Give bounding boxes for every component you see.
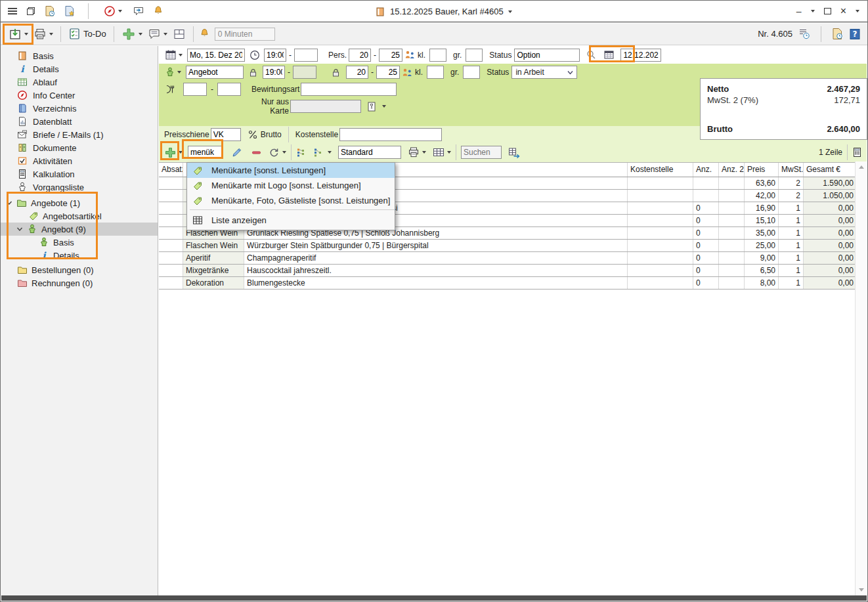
- cell-mwst[interactable]: 1: [779, 252, 804, 264]
- view-layout-field[interactable]: [338, 146, 401, 159]
- cell-kostenstelle[interactable]: [628, 240, 693, 251]
- cell-kostenstelle[interactable]: [628, 190, 693, 202]
- menu-item[interactable]: Menükarte mit Logo [sonst. Leistungen]: [187, 178, 395, 193]
- windows-icon[interactable]: [26, 6, 36, 16]
- cell-absatz[interactable]: [159, 252, 183, 264]
- sidebar-item-basis[interactable]: Basis: [1, 49, 158, 62]
- calendar-icon[interactable]: [603, 49, 615, 60]
- tree-item-angebote[interactable]: Angebote (1): [1, 196, 158, 209]
- document-star-icon[interactable]: [64, 5, 76, 17]
- cell-description[interactable]: Würzburger Stein Spätburgunder 0,75 | Bü…: [244, 240, 628, 251]
- todo-button[interactable]: To-Do: [66, 26, 109, 41]
- tree-item-angebot-basis[interactable]: Basis: [1, 236, 158, 249]
- sidebar-item-datenblatt[interactable]: Datenblatt: [1, 115, 158, 128]
- cell-absatz[interactable]: [159, 227, 183, 239]
- add-row-button[interactable]: [164, 146, 177, 159]
- cell-mwst[interactable]: 1: [779, 215, 804, 226]
- minutes-field[interactable]: [215, 28, 275, 41]
- menu-icon[interactable]: [7, 6, 18, 16]
- sidebar-item-vorgangsliste[interactable]: Vorgangsliste: [1, 181, 158, 194]
- gr-field[interactable]: [466, 49, 483, 62]
- chevron-down-icon[interactable]: [6, 200, 12, 206]
- cell-mwst[interactable]: 1: [779, 202, 804, 214]
- cell-description[interactable]: Blumengestecke: [244, 277, 628, 289]
- cell-category[interactable]: Flaschen Wein: [183, 240, 244, 251]
- cell-gesamt[interactable]: 1.050,00: [804, 190, 857, 202]
- cell-mwst[interactable]: 1: [779, 277, 804, 289]
- cell-gesamt[interactable]: 0,00: [804, 277, 857, 289]
- cell-kostenstelle[interactable]: [628, 215, 693, 226]
- cell-absatz[interactable]: [159, 202, 183, 214]
- cell-anz2[interactable]: [719, 177, 745, 189]
- delete-button[interactable]: [251, 147, 262, 158]
- save-button[interactable]: [6, 26, 31, 42]
- cell-absatz[interactable]: [159, 240, 183, 251]
- course-from-field[interactable]: [183, 83, 207, 96]
- cell-preis[interactable]: 9,00: [745, 252, 779, 264]
- cell-anz[interactable]: 0: [693, 215, 719, 226]
- cell-anz2[interactable]: [719, 227, 745, 239]
- cell-kostenstelle[interactable]: [628, 265, 693, 276]
- col-kostenstelle[interactable]: Kostenstelle: [628, 163, 693, 177]
- offer-status-select[interactable]: in Arbeit: [511, 66, 577, 79]
- cell-kostenstelle[interactable]: [628, 227, 693, 239]
- sidebar-item-dokumente[interactable]: Dokumente: [1, 141, 158, 154]
- sidebar-item-kalkulation[interactable]: Kalkulation: [1, 167, 158, 181]
- cell-anz[interactable]: 0: [693, 227, 719, 239]
- sidebar-item-briefe-emails[interactable]: Briefe / E-Mails (1): [1, 128, 158, 141]
- info-center-button[interactable]: [101, 4, 125, 18]
- offer-kl-field[interactable]: [427, 66, 444, 79]
- grid-view-dropdown-icon[interactable]: [447, 151, 451, 154]
- tree-item-bestellungen[interactable]: Bestellungen (0): [1, 263, 158, 276]
- cell-gesamt[interactable]: 0,00: [804, 227, 857, 239]
- cell-anz2[interactable]: [719, 277, 745, 289]
- persons-min-field[interactable]: [349, 49, 371, 62]
- cell-anz[interactable]: 0: [693, 277, 719, 289]
- print-button[interactable]: [31, 26, 56, 42]
- cell-anz[interactable]: 0: [693, 240, 719, 251]
- cell-preis[interactable]: 63,60: [745, 177, 779, 189]
- reminder-bell-icon[interactable]: [198, 28, 211, 40]
- cell-anz[interactable]: 0: [693, 252, 719, 264]
- sidebar-item-aktivitaeten[interactable]: Aktivitäten: [1, 154, 158, 167]
- search-input[interactable]: [461, 146, 502, 159]
- type-dropdown-icon[interactable]: [177, 71, 181, 74]
- chevron-down-icon[interactable]: [16, 226, 23, 232]
- sidebar-item-verzeichnis[interactable]: Verzeichnis: [1, 102, 158, 115]
- reference-date-field[interactable]: [620, 49, 661, 62]
- minimize-button[interactable]: –: [796, 7, 802, 16]
- table-row[interactable]: Aperitif Champagneraperitif 0 9,00 1 0,0…: [159, 252, 867, 265]
- col-anz[interactable]: Anz.: [693, 163, 719, 177]
- col-absatz[interactable]: Absatz: [159, 163, 183, 177]
- magnifier-icon[interactable]: [586, 49, 597, 60]
- kostenstelle-field[interactable]: [339, 128, 442, 141]
- export-table-icon[interactable]: [508, 147, 521, 158]
- structure-collapse-icon[interactable]: [296, 147, 308, 158]
- cell-mwst[interactable]: 1: [779, 265, 804, 276]
- structure-expand-icon[interactable]: [313, 147, 325, 158]
- cell-kostenstelle[interactable]: [628, 252, 693, 264]
- menu-item-liste-anzeigen[interactable]: Liste anzeigen: [187, 211, 395, 228]
- tree-item-rechnungen[interactable]: Rechnungen (0): [1, 276, 158, 290]
- cell-anz2[interactable]: [719, 252, 745, 264]
- structure-dropdown-icon[interactable]: [328, 151, 332, 154]
- bell-icon[interactable]: [152, 5, 164, 17]
- window-title-group[interactable]: 15.12.2025 Bauer, Karl #4605: [375, 1, 512, 22]
- cell-preis[interactable]: 16,90: [745, 202, 779, 214]
- offer-gr-field[interactable]: [463, 66, 480, 79]
- refresh-dropdown-icon[interactable]: [282, 151, 286, 154]
- cell-gesamt[interactable]: 0,00: [804, 202, 857, 214]
- add-row-dropdown-icon[interactable]: [179, 151, 183, 154]
- preisschiene-field[interactable]: [211, 128, 241, 141]
- offer-type-field[interactable]: [186, 66, 244, 79]
- menu-card-icon[interactable]: [366, 101, 377, 112]
- minimize-dropdown-icon[interactable]: [811, 10, 815, 12]
- offer-time-from-field[interactable]: [263, 66, 285, 79]
- cell-anz2[interactable]: [719, 265, 745, 276]
- bewirtungsart-field[interactable]: [301, 83, 397, 96]
- print-list-dropdown-icon[interactable]: [422, 151, 426, 154]
- cell-anz[interactable]: 0: [693, 202, 719, 214]
- feedback-icon[interactable]: [133, 5, 144, 17]
- cell-kostenstelle[interactable]: [628, 202, 693, 214]
- cell-anz2[interactable]: [719, 202, 745, 214]
